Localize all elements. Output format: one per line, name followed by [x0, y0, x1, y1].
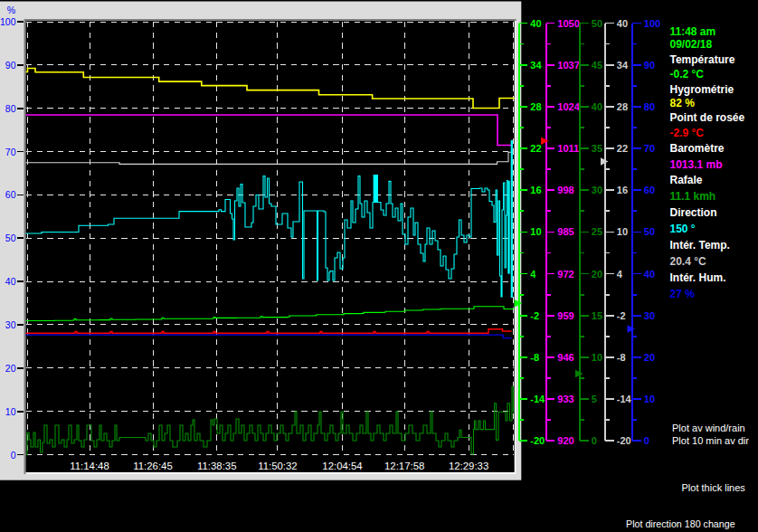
svg-text:20: 20	[592, 269, 602, 280]
svg-text:45: 45	[592, 60, 602, 71]
svg-text:20: 20	[5, 363, 16, 374]
svg-text:-8: -8	[617, 352, 626, 363]
svg-text:946: 946	[557, 352, 573, 363]
svg-text:Point de rosée: Point de rosée	[670, 111, 745, 124]
svg-text:Rafale: Rafale	[670, 174, 703, 186]
svg-text:998: 998	[557, 185, 573, 195]
svg-text:20: 20	[644, 352, 655, 363]
svg-text:11:38:35: 11:38:35	[197, 461, 237, 471]
svg-text:100: 100	[644, 18, 660, 29]
svg-text:100: 100	[0, 16, 16, 27]
svg-text:11:50:32: 11:50:32	[258, 461, 298, 471]
svg-text:4: 4	[617, 269, 623, 280]
svg-text:16: 16	[530, 185, 541, 195]
svg-text:11:14:48: 11:14:48	[70, 461, 109, 471]
svg-text:5: 5	[592, 394, 597, 404]
svg-text:Direction: Direction	[670, 206, 717, 219]
svg-text:12:04:54: 12:04:54	[322, 461, 362, 471]
svg-text:Plot 10 min av dir: Plot 10 min av dir	[672, 435, 749, 446]
svg-text:985: 985	[557, 226, 573, 237]
svg-text:22: 22	[617, 143, 628, 154]
svg-text:Intér. Temp.: Intér. Temp.	[670, 239, 730, 252]
svg-text:-0.2 °C: -0.2 °C	[670, 68, 705, 81]
svg-text:1011: 1011	[557, 143, 579, 154]
svg-text:Intér. Hum.: Intér. Hum.	[670, 271, 726, 284]
svg-text:10: 10	[5, 406, 16, 417]
svg-text:40: 40	[530, 18, 541, 29]
svg-text:80: 80	[5, 103, 16, 114]
svg-text:09/02/18: 09/02/18	[670, 38, 713, 51]
svg-text:60: 60	[644, 185, 655, 195]
svg-text:30: 30	[644, 310, 655, 321]
svg-text:10: 10	[617, 226, 628, 237]
svg-text:82 %: 82 %	[670, 97, 696, 109]
svg-text:90: 90	[644, 60, 655, 71]
svg-text:16: 16	[617, 185, 628, 195]
svg-text:Hygrométrie: Hygrométrie	[670, 83, 734, 96]
svg-text:150 °: 150 °	[670, 223, 696, 235]
svg-text:40: 40	[592, 101, 602, 112]
svg-text:12:17:58: 12:17:58	[384, 461, 424, 471]
svg-text:34: 34	[617, 60, 629, 71]
svg-text:70: 70	[5, 147, 16, 157]
svg-text:11:26:45: 11:26:45	[133, 461, 173, 471]
svg-text:Température: Température	[670, 53, 735, 66]
svg-text:-14: -14	[530, 394, 545, 404]
svg-text:Plot direction 180 change: Plot direction 180 change	[626, 518, 735, 529]
svg-text:-2.9 °C: -2.9 °C	[670, 127, 705, 139]
svg-text:28: 28	[530, 101, 541, 112]
svg-text:Baromètre: Baromètre	[670, 142, 725, 155]
svg-text:1050: 1050	[557, 18, 579, 29]
svg-text:-8: -8	[530, 352, 539, 363]
svg-text:0: 0	[11, 450, 16, 461]
svg-text:90: 90	[5, 60, 16, 71]
svg-text:40: 40	[644, 269, 655, 280]
svg-text:972: 972	[557, 269, 573, 280]
svg-text:10: 10	[530, 226, 541, 237]
svg-text:40: 40	[5, 276, 16, 287]
svg-text:1037: 1037	[557, 60, 579, 71]
svg-text:22: 22	[530, 143, 541, 154]
svg-text:34: 34	[530, 60, 542, 71]
svg-text:933: 933	[557, 394, 573, 404]
svg-text:-2: -2	[530, 310, 539, 321]
svg-text:-20: -20	[617, 435, 631, 446]
svg-text:28: 28	[617, 101, 628, 112]
svg-text:11.1 kmh: 11.1 kmh	[670, 190, 716, 203]
svg-text:-20: -20	[530, 435, 545, 446]
svg-text:Plot thick lines: Plot thick lines	[682, 482, 746, 493]
svg-text:80: 80	[644, 101, 655, 112]
svg-text:12:29:33: 12:29:33	[449, 461, 488, 471]
svg-text:20.4 °C: 20.4 °C	[670, 255, 706, 268]
svg-text:11:48 am: 11:48 am	[670, 25, 716, 38]
svg-text:1024: 1024	[557, 101, 580, 112]
svg-text:0: 0	[644, 435, 649, 446]
svg-text:-2: -2	[617, 310, 626, 321]
svg-text:27 %: 27 %	[670, 288, 696, 300]
svg-text:959: 959	[557, 310, 573, 321]
svg-text:40: 40	[617, 18, 628, 29]
svg-text:Plot av wind/rain: Plot av wind/rain	[672, 423, 745, 433]
svg-text:25: 25	[592, 226, 602, 237]
svg-text:0: 0	[592, 435, 597, 446]
svg-text:30: 30	[5, 319, 16, 330]
svg-text:920: 920	[557, 435, 573, 446]
svg-text:-14: -14	[617, 394, 632, 404]
svg-text:15: 15	[592, 310, 602, 321]
svg-text:%: %	[7, 5, 15, 15]
svg-text:10: 10	[644, 394, 655, 404]
svg-text:70: 70	[644, 143, 655, 154]
svg-text:50: 50	[644, 226, 655, 237]
svg-text:50: 50	[592, 18, 602, 29]
svg-text:50: 50	[5, 233, 16, 243]
svg-text:30: 30	[592, 185, 602, 195]
svg-text:10: 10	[592, 352, 602, 363]
svg-text:4: 4	[530, 269, 536, 280]
svg-text:1013.1 mb: 1013.1 mb	[670, 158, 723, 171]
svg-text:60: 60	[5, 189, 16, 200]
svg-text:35: 35	[592, 143, 602, 154]
